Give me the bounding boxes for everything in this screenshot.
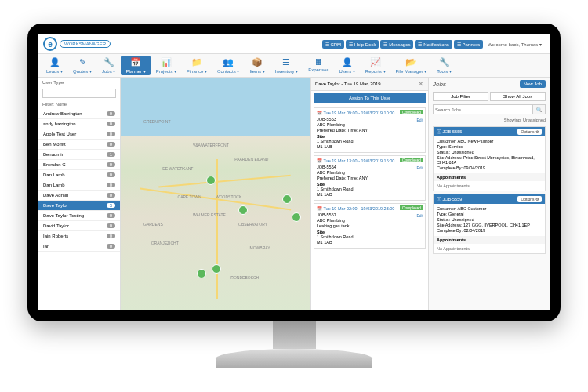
nav-icon: 📈 <box>370 57 381 67</box>
nav-icon: 🔧 <box>103 57 114 67</box>
user-list-item[interactable]: Apple Test User0 <box>38 129 120 140</box>
user-list-item[interactable]: David Taylor0 <box>38 221 120 231</box>
job-company: ABC Plumbing <box>317 170 423 175</box>
nav-item[interactable]: 📊Projects ▾ <box>151 56 181 75</box>
edit-link[interactable]: Edit <box>416 213 423 218</box>
top-button[interactable]: ☰ Partners <box>454 40 483 49</box>
search-jobs-input[interactable] <box>433 104 533 114</box>
top-button[interactable]: ☰ CRM <box>322 40 344 49</box>
map-pin-icon[interactable] <box>206 176 216 185</box>
job-detail-line: Customer: ABC Customer <box>437 206 542 211</box>
nav-icon: 📦 <box>252 57 263 67</box>
jobs-panel: Jobs New Job Job FilterShow All Jobs 🔍 S… <box>428 78 550 310</box>
user-name: andy barrington <box>43 122 76 126</box>
user-list-item[interactable]: andy barrington0 <box>38 119 120 129</box>
user-list-item[interactable]: Iain Roberts0 <box>38 231 120 241</box>
user-name: David Taylor <box>43 223 69 228</box>
nav-label: Inventory ▾ <box>275 68 298 74</box>
scheduled-job-card[interactable]: CompletedEdit📅 Tue 19 Mar 09:00 - 19/03/… <box>314 107 426 153</box>
close-icon[interactable]: ✕ <box>418 80 424 88</box>
selected-user-date: Dave Taylor - Tue 19 Mar, 2019 <box>315 82 381 86</box>
job-card[interactable]: ⓘ JOB-5559Options ⚙Customer: ABC Custome… <box>433 194 546 254</box>
map-pin-icon[interactable] <box>282 194 292 204</box>
job-filter-button[interactable]: Job Filter <box>433 92 488 101</box>
nav-item[interactable]: 🔧Jobs ▾ <box>97 56 120 75</box>
nav-label: Planner ▾ <box>125 68 145 74</box>
job-detail-line: Type: Service <box>437 144 542 149</box>
nav-item[interactable]: 📅Planner ▾ <box>121 56 150 75</box>
welcome-text[interactable]: Welcome back, Thomas ▾ <box>485 40 545 49</box>
nav-item[interactable]: ☰Inventory ▾ <box>270 56 303 75</box>
scheduled-job-card[interactable]: CompletedEdit📅 Tue 19 Mar 13:00 - 19/03/… <box>314 155 426 201</box>
nav-item[interactable]: ✎Quotes ▾ <box>68 56 96 75</box>
map-pin-icon[interactable] <box>238 205 248 215</box>
job-desc: Leaking gas tank <box>317 223 423 228</box>
user-list-item[interactable]: Dave Taylor Testing0 <box>38 211 120 221</box>
search-icon[interactable]: 🔍 <box>533 104 546 114</box>
user-job-count: 0 <box>107 142 115 147</box>
job-number: JOB-5564 <box>317 165 423 169</box>
nav-item[interactable]: 🔧Tools ▾ <box>432 56 456 75</box>
user-type-label: User Type <box>38 78 120 87</box>
user-list-item[interactable]: Dan Lamb0 <box>38 170 120 180</box>
user-name: Dan Lamb <box>43 183 65 187</box>
job-detail-line: Complete By: 09/04/2019 <box>437 165 542 170</box>
status-badge: Completed <box>400 158 423 162</box>
site-addr2: M1 1AB <box>317 144 423 149</box>
nav-item[interactable]: 👥Contacts ▾ <box>212 56 244 75</box>
options-button[interactable]: Options ⚙ <box>517 129 542 135</box>
job-company: ABC Plumbing <box>317 122 423 127</box>
site-addr: 1 Smithdown Road <box>317 139 423 143</box>
nav-label: Tools ▾ <box>437 68 452 74</box>
nav-item[interactable]: 📁Finance ▾ <box>182 56 212 75</box>
user-job-count: 0 <box>107 213 115 218</box>
user-type-select[interactable] <box>42 89 116 98</box>
user-list-item[interactable]: Ben Moffitt0 <box>38 140 120 150</box>
showing-filter-text: Showing: Unassigned <box>429 116 550 124</box>
map-area-label: RONDEBOSCH <box>230 275 259 280</box>
logo-text: WORKSMANAGER <box>60 40 111 48</box>
job-detail-line: Site Address: 127 GGG, lIVERPOOL, CH41 1… <box>437 223 542 227</box>
user-job-count: 0 <box>107 172 115 177</box>
edit-link[interactable]: Edit <box>416 118 423 122</box>
options-button[interactable]: Options ⚙ <box>517 196 542 202</box>
nav-item[interactable]: 👤Users ▾ <box>335 56 360 75</box>
nav-item[interactable]: 📦Items ▾ <box>245 56 269 75</box>
nav-item[interactable]: 👤Leads ▾ <box>42 56 67 75</box>
top-button[interactable]: ☰ Notifications <box>415 40 452 49</box>
nav-icon: 📅 <box>130 57 141 67</box>
user-name: Dave Admin <box>43 193 68 198</box>
job-filter-button[interactable]: Show All Jobs <box>490 92 546 101</box>
user-list-item[interactable]: Andrew Barrington0 <box>38 109 120 119</box>
nav-label: Items ▾ <box>249 68 264 74</box>
nav-item[interactable]: 📈Reports ▾ <box>361 56 390 75</box>
map-pin-icon[interactable] <box>197 269 206 278</box>
user-job-count: 3 <box>107 203 115 208</box>
nav-label: Projects ▾ <box>156 68 176 74</box>
job-card[interactable]: ⓘ JOB-5555Options ⚙Customer: ABC New Plu… <box>433 126 546 191</box>
map-pin-icon[interactable] <box>212 264 221 274</box>
user-list-item[interactable]: Dan Lamb0 <box>38 180 120 191</box>
top-bar: e WORKSMANAGER ☰ CRM☰ Help Desk☰ Message… <box>38 34 550 54</box>
top-button[interactable]: ☰ Help Desk <box>346 40 379 49</box>
scheduled-job-card[interactable]: CompletedEdit📅 Tue 19 Mar 22:00 - 19/03/… <box>314 203 426 249</box>
edit-link[interactable]: Edit <box>416 165 423 170</box>
main-nav: 👤Leads ▾✎Quotes ▾🔧Jobs ▾📅Planner ▾📊Proje… <box>38 54 550 78</box>
nav-item[interactable]: 🖩Expenses <box>303 56 333 75</box>
map-area-label: GREEN POINT <box>143 119 170 124</box>
nav-icon: 👥 <box>223 57 234 67</box>
user-list-item[interactable]: Dave Taylor3 <box>38 201 120 211</box>
nav-item[interactable]: 📂File Manager ▾ <box>391 56 432 75</box>
new-job-button[interactable]: New Job <box>520 80 546 88</box>
site-addr: 1 Smithdown Road <box>317 187 423 191</box>
status-badge: Completed <box>400 110 423 114</box>
map-pin-icon[interactable] <box>292 212 301 222</box>
map-area-label: GARDENS <box>143 222 163 227</box>
user-list-item[interactable]: Dave Admin0 <box>38 191 120 201</box>
user-list-item[interactable]: Benadmin1 <box>38 150 120 160</box>
map-view[interactable]: GREEN POINTV&A WaterfrontDE WATERKANTPAA… <box>121 78 310 310</box>
user-list-item[interactable]: Brendan C0 <box>38 160 120 170</box>
user-list-item[interactable]: Ian0 <box>38 241 120 252</box>
assign-user-button[interactable]: Assign To This User <box>314 93 426 103</box>
top-button[interactable]: ☰ Messages <box>380 40 413 49</box>
